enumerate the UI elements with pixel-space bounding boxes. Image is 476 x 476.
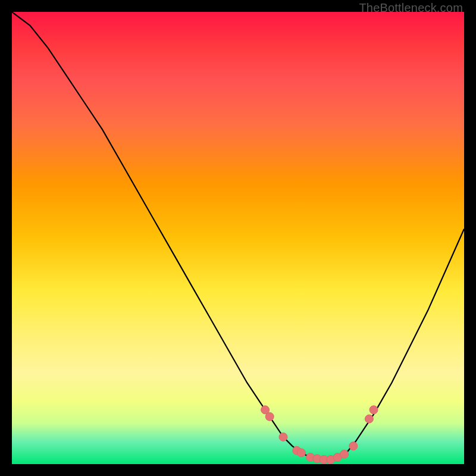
chart-plot-area	[12, 12, 464, 464]
watermark-text: TheBottleneck.com	[359, 1, 463, 15]
